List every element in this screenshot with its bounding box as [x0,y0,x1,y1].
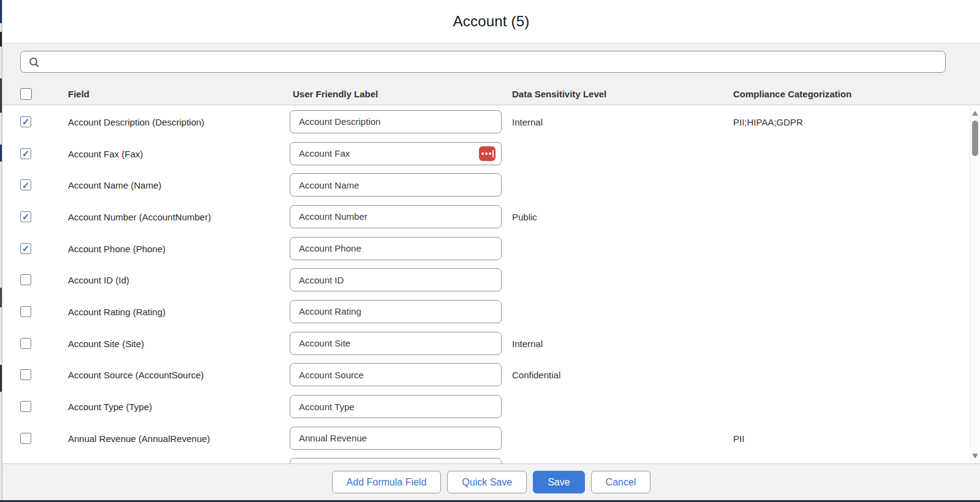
row-checkbox[interactable] [20,211,31,222]
table-row: Account Number (AccountNumber)Public [2,201,980,233]
table-row: Account Type (Type) [2,391,980,422]
column-header-field: Field [68,89,89,99]
field-mapping-dialog: Account (5) Field User Friendly Label Da… [2,0,980,500]
table-row: Account Site (Site)Internal [2,328,980,359]
cancel-button[interactable]: Cancel [591,471,651,493]
field-name: Account Description (Description) [68,116,205,127]
page-title: Account (5) [453,13,530,30]
search-icon [28,56,39,67]
compliance-value: PII [733,433,744,443]
row-checkbox[interactable] [20,401,31,412]
data-sensitivity-value: Internal [512,338,543,348]
label-input-wrap [290,427,502,450]
user-friendly-label-input[interactable] [290,268,502,291]
row-checkbox[interactable] [20,243,31,254]
user-friendly-label-input[interactable] [290,458,502,463]
data-sensitivity-value: Confidential [512,370,560,380]
user-friendly-label-input[interactable] [290,173,502,197]
table-row: Annual Revenue (AnnualRevenue)PII [2,422,980,454]
row-checkbox[interactable] [20,369,31,380]
table-row: Account Fax (Fax) [2,138,980,170]
user-friendly-label-input[interactable] [290,110,502,133]
field-name: Account Site (Site) [68,338,144,348]
field-name: Account Fax (Fax) [68,148,143,159]
field-name: Account Phone (Phone) [68,243,165,253]
table-row [2,454,980,463]
table-row: Account Rating (Rating) [2,296,980,328]
user-friendly-label-input[interactable] [290,363,502,386]
label-input-wrap [290,205,502,228]
field-name: Account Number (AccountNumber) [68,211,211,222]
column-header-compliance: Compliance Categorization [733,89,851,99]
user-friendly-label-input[interactable] [290,205,502,228]
table-row: Account ID (Id) [2,264,980,296]
label-input-wrap [290,268,502,291]
select-all-checkbox[interactable] [20,88,32,100]
dialog-footer: Add Formula Field Quick Save Save Cancel [2,463,980,500]
user-friendly-label-input[interactable] [290,237,502,260]
user-friendly-label-input[interactable] [290,332,502,355]
field-name: Account Name (Name) [68,180,162,190]
search-box[interactable] [20,51,946,73]
label-input-wrap [290,110,502,133]
field-name: Account Type (Type) [68,402,152,412]
add-formula-field-button[interactable]: Add Formula Field [332,471,442,493]
red-autofill-icon[interactable] [479,146,496,161]
data-sensitivity-value: Internal [512,116,543,127]
row-checkbox[interactable] [20,306,31,317]
table-row: Account Phone (Phone) [2,233,980,264]
label-input-wrap [290,363,502,386]
field-name: Account Source (AccountSource) [68,370,204,380]
label-input-wrap [290,142,502,165]
row-checkbox[interactable] [20,433,31,444]
user-friendly-label-input[interactable] [290,395,502,418]
search-input[interactable] [39,51,938,72]
label-input-wrap [290,237,502,260]
row-checkbox[interactable] [20,338,31,349]
user-friendly-label-input[interactable] [290,427,502,450]
label-input-wrap [290,173,502,197]
dialog-titlebar: Account (5) [2,0,980,43]
row-checkbox[interactable] [20,116,31,127]
table-row: Account Name (Name) [2,169,980,201]
table-header-band: Field User Friendly Label Data Sensitivi… [2,43,980,105]
row-checkbox[interactable] [20,148,31,159]
scrollbar-down-arrow-icon[interactable] [972,454,978,459]
column-header-sensitivity: Data Sensitivity Level [512,89,606,99]
field-name: Account Rating (Rating) [68,306,165,317]
table-body: Account Description (Description)Interna… [2,106,980,463]
label-input-wrap [290,300,502,323]
compliance-value: PII;HIPAA;GDPR [733,116,803,127]
row-checkbox[interactable] [20,274,31,285]
label-input-wrap [290,458,502,463]
field-name: Account ID (Id) [68,275,129,285]
column-header-label: User Friendly Label [293,89,378,99]
table-row: Account Source (AccountSource)Confidenti… [2,359,980,391]
save-button[interactable]: Save [533,471,584,493]
scrollbar-thumb[interactable] [972,121,978,156]
label-input-wrap [290,395,502,418]
quick-save-button[interactable]: Quick Save [447,471,527,493]
label-input-wrap [290,332,502,355]
vertical-scrollbar[interactable] [970,106,980,463]
scrollbar-up-arrow-icon[interactable] [972,111,978,116]
table-row: Account Description (Description)Interna… [2,106,980,138]
user-friendly-label-input[interactable] [290,300,502,323]
user-friendly-label-input[interactable] [290,142,502,165]
row-checkbox[interactable] [20,179,31,190]
data-sensitivity-value: Public [512,211,537,222]
field-name: Annual Revenue (AnnualRevenue) [68,433,210,443]
